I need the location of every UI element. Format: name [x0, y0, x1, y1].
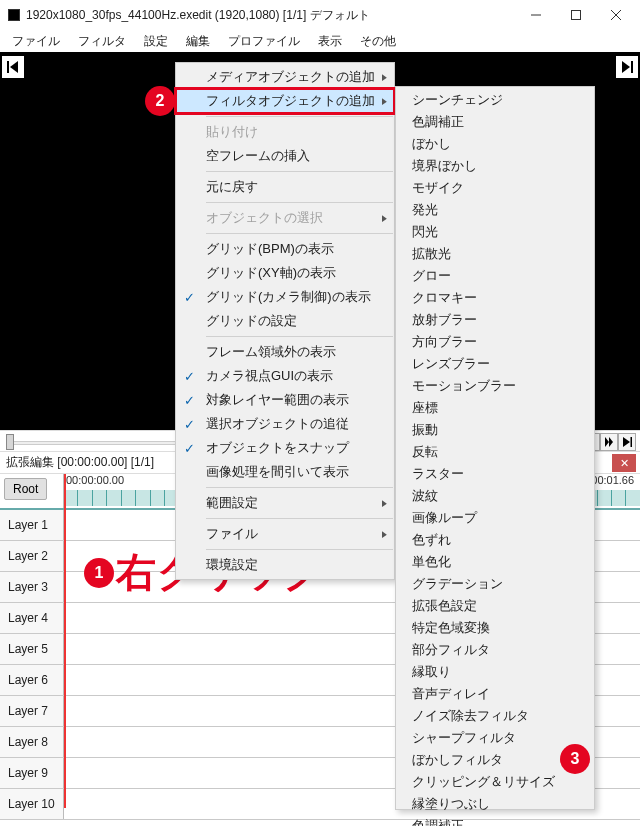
submenu-item[interactable]: 発光 — [396, 199, 594, 221]
submenu-item[interactable]: 色ずれ — [396, 529, 594, 551]
submenu-item[interactable]: レンズブラー — [396, 353, 594, 375]
menu-other[interactable]: その他 — [352, 31, 404, 52]
context-menu-item[interactable]: メディアオブジェクトの追加 — [176, 65, 394, 89]
submenu-item[interactable]: ノイズ除去フィルタ — [396, 705, 594, 727]
menu-item-label: オブジェクトをスナップ — [206, 439, 349, 457]
submenu-item[interactable]: モーションブラー — [396, 375, 594, 397]
submenu-item[interactable]: 拡張色設定 — [396, 595, 594, 617]
submenu-item[interactable]: シーンチェンジ — [396, 89, 594, 111]
menu-item-label: フィルタオブジェクトの追加 — [206, 92, 375, 110]
layer-label[interactable]: Layer 5 — [0, 634, 64, 664]
context-menu-item[interactable]: ✓オブジェクトをスナップ — [176, 436, 394, 460]
layer-label[interactable]: Layer 7 — [0, 696, 64, 726]
end-arrow-icon[interactable] — [616, 56, 638, 78]
submenu-item[interactable]: シャープフィルタ — [396, 727, 594, 749]
context-menu-separator — [206, 336, 393, 337]
submenu-item[interactable]: ぼかし — [396, 133, 594, 155]
submenu-item[interactable]: 音声ディレイ — [396, 683, 594, 705]
context-menu-item[interactable]: ✓選択オブジェクトの追従 — [176, 412, 394, 436]
close-button[interactable] — [596, 0, 636, 30]
submenu-item[interactable]: 閃光 — [396, 221, 594, 243]
context-menu[interactable]: メディアオブジェクトの追加フィルタオブジェクトの追加貼り付け空フレームの挿入元に… — [175, 62, 395, 580]
seek-next-button[interactable] — [600, 433, 618, 451]
menu-item-label: 環境設定 — [206, 556, 258, 574]
timeline-header-text: 拡張編集 [00:00:00.00] [1/1] — [6, 454, 154, 471]
context-menu-separator — [206, 518, 393, 519]
submenu-item[interactable]: 画像ループ — [396, 507, 594, 529]
context-menu-item[interactable]: ✓対象レイヤー範囲の表示 — [176, 388, 394, 412]
context-menu-item[interactable]: グリッド(XY軸)の表示 — [176, 261, 394, 285]
context-menu-item[interactable]: グリッドの設定 — [176, 309, 394, 333]
svg-marker-13 — [609, 437, 613, 447]
layer-label[interactable]: Layer 8 — [0, 727, 64, 757]
layer-label[interactable]: Layer 10 — [0, 789, 64, 819]
layer-label[interactable]: Layer 6 — [0, 665, 64, 695]
submenu-item[interactable]: 部分フィルタ — [396, 639, 594, 661]
submenu-item[interactable]: モザイク — [396, 177, 594, 199]
menu-filter[interactable]: フィルタ — [70, 31, 134, 52]
context-menu-item[interactable]: 画像処理を間引いて表示 — [176, 460, 394, 484]
context-menu-item[interactable]: 環境設定 — [176, 553, 394, 577]
layer-label[interactable]: Layer 1 — [0, 510, 64, 540]
svg-marker-12 — [605, 437, 609, 447]
submenu-item[interactable]: 振動 — [396, 419, 594, 441]
menu-edit[interactable]: 編集 — [178, 31, 218, 52]
layer-label[interactable]: Layer 4 — [0, 603, 64, 633]
layer-label[interactable]: Layer 2 — [0, 541, 64, 571]
submenu-item[interactable]: クロマキー — [396, 287, 594, 309]
context-menu-item[interactable]: ファイル — [176, 522, 394, 546]
submenu-item[interactable]: 反転 — [396, 441, 594, 463]
svg-marker-15 — [623, 437, 630, 447]
window-title: 1920x1080_30fps_44100Hz.exedit (1920,108… — [26, 7, 516, 24]
seek-handle[interactable] — [6, 434, 14, 450]
layer-label[interactable]: Layer 3 — [0, 572, 64, 602]
context-menu-item[interactable]: グリッド(BPM)の表示 — [176, 237, 394, 261]
menu-view[interactable]: 表示 — [310, 31, 350, 52]
context-menu-item[interactable]: ✓カメラ視点GUIの表示 — [176, 364, 394, 388]
submenu-item[interactable]: グロー — [396, 265, 594, 287]
context-menu-item[interactable]: ✓グリッド(カメラ制御)の表示 — [176, 285, 394, 309]
context-menu-separator — [206, 549, 393, 550]
context-menu-item[interactable]: 範囲設定 — [176, 491, 394, 515]
menu-item-label: グリッド(カメラ制御)の表示 — [206, 288, 371, 306]
timeline-close-button[interactable]: ✕ — [612, 454, 636, 472]
context-menu-item[interactable]: 元に戻す — [176, 175, 394, 199]
submenu-item[interactable]: 特定色域変換 — [396, 617, 594, 639]
minimize-button[interactable] — [516, 0, 556, 30]
start-arrow-icon[interactable] — [2, 56, 24, 78]
submenu-item[interactable]: 方向ブラー — [396, 331, 594, 353]
check-icon: ✓ — [184, 393, 195, 408]
menu-item-label: ファイル — [206, 525, 258, 543]
menu-settings[interactable]: 設定 — [136, 31, 176, 52]
submenu-item[interactable]: グラデーション — [396, 573, 594, 595]
submenu-item[interactable]: 座標 — [396, 397, 594, 419]
root-button[interactable]: Root — [4, 478, 47, 500]
submenu-item[interactable]: クリッピング＆リサイズ — [396, 771, 594, 793]
context-menu-separator — [206, 487, 393, 488]
submenu-item[interactable]: 縁塗りつぶし — [396, 793, 594, 815]
context-menu-item: オブジェクトの選択 — [176, 206, 394, 230]
submenu-item[interactable]: 放射ブラー — [396, 309, 594, 331]
submenu-item[interactable]: 拡散光 — [396, 243, 594, 265]
menu-file[interactable]: ファイル — [4, 31, 68, 52]
submenu-item[interactable]: 色調補正 — [396, 111, 594, 133]
layer-label[interactable]: Layer 9 — [0, 758, 64, 788]
context-submenu-filter-object[interactable]: シーンチェンジ色調補正ぼかし境界ぼかしモザイク発光閃光拡散光グロークロマキー放射… — [395, 86, 595, 810]
seek-end-button[interactable] — [618, 433, 636, 451]
check-icon: ✓ — [184, 290, 195, 305]
menu-profile[interactable]: プロファイル — [220, 31, 308, 52]
menu-item-label: 元に戻す — [206, 178, 258, 196]
annotation-badge-3: 3 — [560, 744, 590, 774]
submenu-item[interactable]: 縁取り — [396, 661, 594, 683]
maximize-button[interactable] — [556, 0, 596, 30]
submenu-item[interactable]: 境界ぼかし — [396, 155, 594, 177]
menu-item-label: 空フレームの挿入 — [206, 147, 310, 165]
playhead[interactable] — [64, 474, 66, 808]
submenu-item[interactable]: 色調補正 — [396, 815, 594, 826]
submenu-item[interactable]: 単色化 — [396, 551, 594, 573]
context-menu-item[interactable]: フレーム領域外の表示 — [176, 340, 394, 364]
submenu-item[interactable]: ラスター — [396, 463, 594, 485]
submenu-item[interactable]: 波紋 — [396, 485, 594, 507]
context-menu-item[interactable]: フィルタオブジェクトの追加 — [176, 89, 394, 113]
context-menu-item[interactable]: 空フレームの挿入 — [176, 144, 394, 168]
